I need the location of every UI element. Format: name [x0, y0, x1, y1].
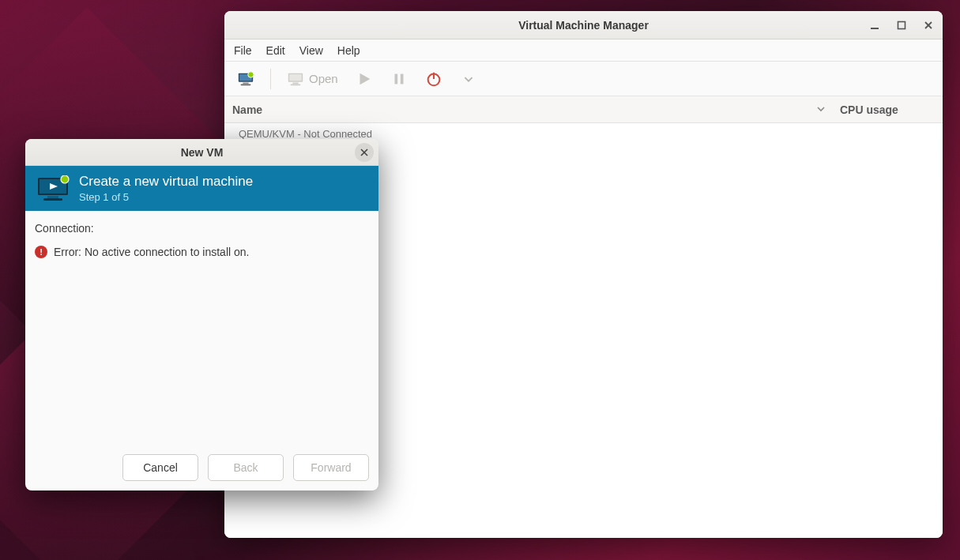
dialog-title: New VM	[181, 146, 224, 159]
banner-step: Step 1 of 5	[79, 191, 253, 203]
column-name-header[interactable]: Name	[232, 103, 262, 116]
forward-button: Forward	[293, 454, 369, 481]
shutdown-button[interactable]	[420, 67, 447, 91]
connection-label: Connection:	[35, 222, 369, 235]
menubar: File Edit View Help	[224, 39, 943, 62]
svg-rect-6	[243, 82, 248, 84]
open-label: Open	[309, 72, 338, 85]
dialog-footer: Cancel Back Forward	[25, 445, 378, 490]
svg-rect-10	[289, 74, 302, 81]
banner-title: Create a new virtual machine	[79, 174, 253, 190]
vm-wizard-icon	[36, 175, 70, 202]
run-button[interactable]	[351, 67, 378, 91]
minimize-button[interactable]	[867, 17, 883, 33]
svg-rect-14	[394, 73, 397, 84]
back-button: Back	[208, 454, 284, 481]
new-vm-dialog: New VM Create a new virtual machine Step…	[25, 139, 378, 490]
new-vm-button[interactable]	[232, 67, 259, 91]
dialog-titlebar[interactable]: New VM	[25, 139, 378, 166]
maximize-button[interactable]	[894, 17, 909, 33]
pause-button[interactable]	[386, 67, 412, 91]
svg-rect-15	[401, 73, 404, 84]
menu-file[interactable]: File	[234, 44, 252, 57]
menu-edit[interactable]: Edit	[266, 44, 285, 57]
svg-rect-23	[47, 196, 58, 198]
column-cpu-header[interactable]: CPU usage	[840, 103, 898, 116]
svg-point-25	[61, 175, 69, 183]
svg-rect-11	[292, 82, 298, 84]
close-button[interactable]	[920, 17, 936, 33]
titlebar[interactable]: Virtual Machine Manager	[224, 11, 943, 39]
svg-point-8	[248, 71, 254, 77]
svg-rect-7	[241, 84, 251, 85]
list-header: Name CPU usage	[224, 96, 943, 123]
cancel-button[interactable]: Cancel	[122, 454, 198, 481]
error-icon: !	[35, 246, 47, 258]
dialog-banner: Create a new virtual machine Step 1 of 5	[25, 166, 378, 211]
menu-help[interactable]: Help	[337, 44, 360, 57]
dialog-body: Connection: ! Error: No active connectio…	[25, 211, 378, 445]
open-vm-button[interactable]: Open	[282, 67, 343, 91]
svg-rect-24	[43, 198, 62, 201]
svg-rect-1	[898, 21, 905, 28]
connection-label: QEMU/KVM - Not Connected	[239, 128, 372, 140]
menu-view[interactable]: View	[299, 44, 323, 57]
toolbar: Open	[224, 62, 943, 96]
dialog-close-button[interactable]	[355, 143, 374, 162]
window-title: Virtual Machine Manager	[518, 19, 649, 32]
shutdown-menu-button[interactable]	[455, 67, 482, 91]
svg-marker-13	[360, 73, 370, 85]
svg-rect-12	[291, 84, 301, 85]
sort-indicator-icon[interactable]	[816, 103, 826, 116]
error-text: Error: No active connection to install o…	[54, 246, 249, 258]
